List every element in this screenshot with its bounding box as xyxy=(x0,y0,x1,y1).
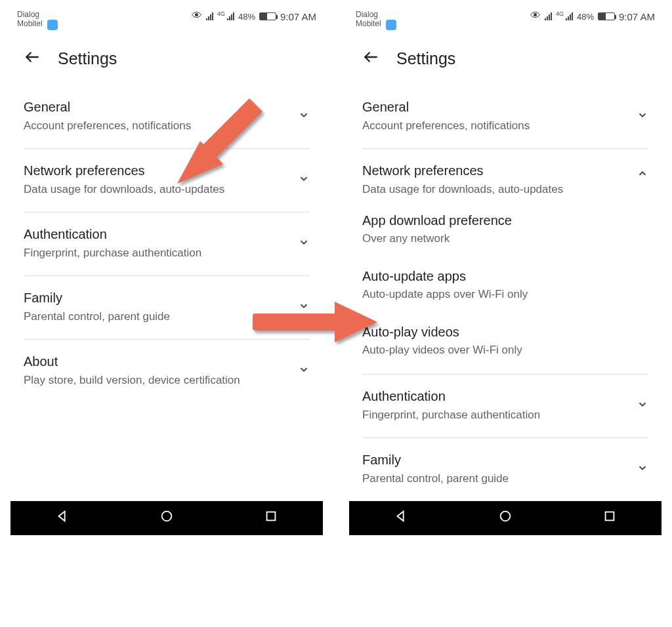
signal-bars-icon-2 xyxy=(227,12,234,20)
signal-bars-icon-2 xyxy=(566,12,573,20)
carrier-2: Mobitel xyxy=(17,19,43,28)
carrier-1: Dialog xyxy=(356,10,396,19)
eye-comfort-icon: 👁 xyxy=(192,10,202,22)
chevron-down-icon xyxy=(637,462,648,477)
chevron-down-icon xyxy=(637,109,648,124)
settings-item-general[interactable]: General Account preferences, notificatio… xyxy=(24,85,310,149)
notification-icon xyxy=(386,20,396,30)
item-title: General xyxy=(24,100,284,115)
carrier-2: Mobitel xyxy=(356,19,381,28)
back-button[interactable] xyxy=(24,49,41,68)
android-nav-bar xyxy=(10,501,323,535)
chevron-down-icon xyxy=(298,300,310,315)
item-subtitle: Fingerprint, purchase authentication xyxy=(362,408,622,423)
settings-item-general[interactable]: General Account preferences, notificatio… xyxy=(362,85,648,149)
app-header: Settings xyxy=(349,35,662,85)
item-title: Authentication xyxy=(362,389,622,404)
item-subtitle: Fingerprint, purchase authentication xyxy=(24,246,284,261)
phone-screenshot-right: Dialog Mobitel 👁 4G 48% 9:07 AM Settings xyxy=(349,7,662,535)
svg-marker-5 xyxy=(398,512,404,521)
item-subtitle: Over any network xyxy=(362,232,622,245)
eye-comfort-icon: 👁 xyxy=(530,10,541,22)
chevron-down-icon xyxy=(298,363,310,378)
settings-list: General Account preferences, notificatio… xyxy=(10,85,323,403)
settings-subitem-auto-update-apps[interactable]: Auto-update apps Auto-update apps over W… xyxy=(362,257,648,313)
back-button[interactable] xyxy=(362,49,379,68)
chevron-up-icon xyxy=(637,167,648,182)
chevron-down-icon xyxy=(298,109,310,124)
settings-subitem-app-download-preference[interactable]: App download preference Over any network xyxy=(362,201,648,257)
item-subtitle: Auto-update apps over Wi-Fi only xyxy=(362,288,622,301)
item-title: App download preference xyxy=(362,213,622,228)
settings-item-authentication[interactable]: Authentication Fingerprint, purchase aut… xyxy=(24,212,310,276)
item-subtitle: Parental control, parent guide xyxy=(24,310,284,325)
item-subtitle: Account preferences, notifications xyxy=(24,119,284,134)
item-title: Auto-play videos xyxy=(362,325,622,340)
clock: 9:07 AM xyxy=(280,11,316,22)
item-title: About xyxy=(24,354,284,369)
svg-point-2 xyxy=(162,512,172,521)
svg-rect-7 xyxy=(605,512,614,521)
item-subtitle: Data usage for downloads, auto-updates xyxy=(362,182,622,197)
battery-percent: 48% xyxy=(577,12,594,22)
nav-recents-button[interactable] xyxy=(264,509,278,527)
carrier-1: Dialog xyxy=(17,10,58,19)
status-bar: Dialog Mobitel 👁 4G 48% 9:07 AM xyxy=(349,7,662,35)
settings-item-family[interactable]: Family Parental control, parent guide xyxy=(24,276,310,340)
signal-bars-icon xyxy=(545,12,552,20)
nav-back-button[interactable] xyxy=(55,509,70,527)
item-title: Family xyxy=(24,291,284,306)
settings-subitem-auto-play-videos[interactable]: Auto-play videos Auto-play videos over W… xyxy=(362,313,648,374)
settings-item-authentication[interactable]: Authentication Fingerprint, purchase aut… xyxy=(362,374,648,438)
svg-point-6 xyxy=(501,512,511,521)
clock: 9:07 AM xyxy=(619,11,655,22)
page-title: Settings xyxy=(58,49,117,68)
settings-item-network[interactable]: Network preferences Data usage for downl… xyxy=(362,149,648,201)
page-title: Settings xyxy=(396,49,455,68)
item-subtitle: Parental control, parent guide xyxy=(362,472,622,487)
status-bar: Dialog Mobitel 👁 4G 48% 9:07 AM xyxy=(10,7,323,35)
item-subtitle: Account preferences, notifications xyxy=(362,119,622,134)
chevron-down-icon xyxy=(298,172,310,188)
nav-home-button[interactable] xyxy=(159,509,174,527)
lte-icon: 4G xyxy=(217,10,225,17)
signal-bars-icon xyxy=(206,12,213,20)
item-subtitle: Play store, build version, device certif… xyxy=(24,373,284,388)
svg-rect-3 xyxy=(266,512,275,521)
phone-screenshot-left: Dialog Mobitel 👁 4G 48% 9:07 AM Settings xyxy=(10,7,323,535)
lte-icon: 4G xyxy=(556,10,564,17)
item-title: Family xyxy=(362,453,622,468)
app-header: Settings xyxy=(10,35,323,85)
nav-home-button[interactable] xyxy=(498,509,513,527)
chevron-down-icon xyxy=(637,398,648,413)
settings-list: General Account preferences, notificatio… xyxy=(349,85,662,501)
item-title: Auto-update apps xyxy=(362,269,622,284)
nav-back-button[interactable] xyxy=(394,509,408,527)
settings-item-network[interactable]: Network preferences Data usage for downl… xyxy=(24,149,310,212)
battery-icon xyxy=(259,12,276,20)
settings-item-about[interactable]: About Play store, build version, device … xyxy=(24,340,310,403)
item-subtitle: Auto-play videos over Wi-Fi only xyxy=(362,344,622,357)
item-subtitle: Data usage for downloads, auto-updates xyxy=(24,182,284,197)
settings-item-family[interactable]: Family Parental control, parent guide xyxy=(362,438,648,501)
svg-marker-1 xyxy=(59,512,65,521)
item-title: Network preferences xyxy=(24,163,284,178)
battery-percent: 48% xyxy=(238,12,255,22)
item-title: Authentication xyxy=(24,227,284,242)
chevron-down-icon xyxy=(298,236,310,251)
notification-icon xyxy=(47,20,58,30)
android-nav-bar xyxy=(349,501,662,535)
nav-recents-button[interactable] xyxy=(602,509,617,527)
battery-icon xyxy=(598,12,615,20)
item-title: General xyxy=(362,100,622,115)
item-title: Network preferences xyxy=(362,163,622,178)
